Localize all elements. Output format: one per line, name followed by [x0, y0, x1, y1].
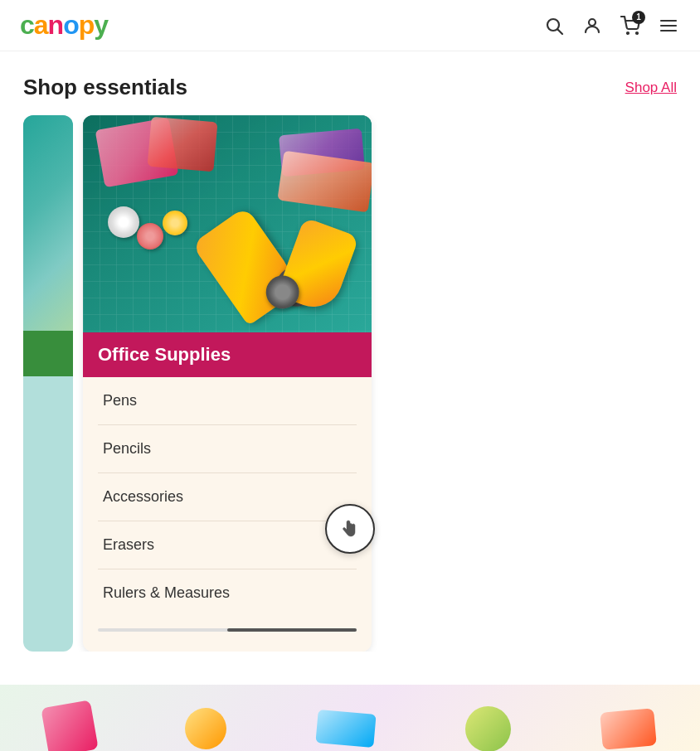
carousel-area: Office Supplies Pens Pencils Accessories…	[0, 115, 700, 685]
floating-hand-button[interactable]	[325, 504, 375, 554]
bottom-item-5	[600, 708, 657, 749]
account-icon	[582, 16, 602, 36]
menu-item-pencils[interactable]: Pencils	[98, 425, 357, 473]
craft-background	[83, 115, 372, 332]
partial-card	[23, 115, 73, 652]
bottom-banner-image	[0, 685, 700, 751]
hamburger-icon	[659, 16, 678, 36]
bottom-item-1	[41, 700, 100, 751]
menu-item-rulers[interactable]: Rulers & Measures	[98, 569, 357, 617]
hand-icon	[338, 517, 362, 540]
search-icon	[544, 16, 564, 36]
card-image	[83, 115, 372, 332]
cart-button[interactable]: 1	[619, 14, 642, 37]
svg-point-3	[627, 32, 629, 34]
scroll-track	[98, 628, 357, 632]
header-icons: 1	[542, 14, 680, 37]
cutter-handle-2	[276, 217, 359, 315]
partial-card-image	[23, 115, 73, 331]
logo-letter: p	[79, 10, 95, 40]
bottom-item-2	[185, 708, 226, 749]
card-bottom-area	[83, 617, 372, 652]
svg-point-2	[589, 19, 595, 26]
logo-letter: c	[20, 10, 34, 40]
spool-white	[108, 206, 139, 238]
bottom-item-3	[315, 710, 376, 748]
fabric-red	[148, 117, 218, 172]
cart-badge: 1	[632, 11, 645, 24]
account-button[interactable]	[581, 14, 604, 37]
bottom-section: Get 15% off your next	[0, 685, 700, 751]
header: canopy 1	[0, 0, 700, 51]
phone-frame: canopy 1	[0, 0, 700, 751]
scroll-indicator	[83, 617, 372, 652]
logo-letter: n	[48, 10, 64, 40]
carousel-scroll[interactable]: Office Supplies Pens Pencils Accessories…	[0, 115, 700, 652]
section-title: Shop essentials	[23, 75, 187, 100]
menu-item-pens[interactable]: Pens	[98, 377, 357, 425]
shop-all-link[interactable]: Shop All	[625, 80, 677, 96]
card-label: Office Supplies	[83, 332, 372, 377]
bottom-item-4	[465, 706, 511, 752]
main-card[interactable]: Office Supplies Pens Pencils Accessories…	[83, 115, 372, 652]
logo[interactable]: canopy	[20, 10, 108, 41]
svg-point-4	[636, 32, 638, 34]
logo-letter: y	[94, 10, 108, 40]
menu-list: Pens Pencils Accessories Erasers Rulers …	[83, 377, 372, 617]
search-button[interactable]	[542, 14, 566, 37]
spool-red	[137, 223, 163, 250]
logo-letter: a	[34, 10, 48, 40]
rotary-cutter-secondary	[289, 225, 347, 308]
scroll-thumb	[227, 628, 357, 632]
spool-yellow	[163, 211, 187, 235]
svg-line-1	[558, 29, 563, 34]
menu-item-erasers[interactable]: Erasers	[98, 521, 357, 569]
partial-card-label	[23, 331, 73, 376]
logo-letter: o	[63, 10, 79, 40]
menu-item-accessories[interactable]: Accessories	[98, 473, 357, 521]
menu-button[interactable]	[657, 14, 680, 37]
section-header: Shop essentials Shop All	[0, 51, 700, 115]
